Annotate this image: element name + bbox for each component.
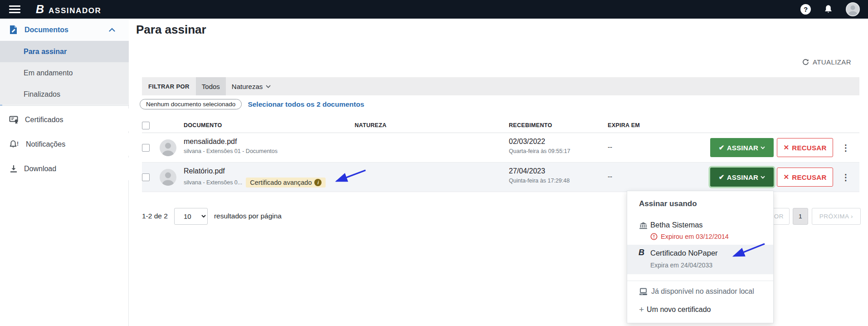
sidebar-item-certificados[interactable]: Certificados: [0, 109, 129, 131]
dropdown-title: Assinar usando: [639, 199, 697, 208]
document-meta: silvana - Extensões 0... Certificado ava…: [184, 178, 326, 188]
column-documento: DOCUMENTO: [184, 122, 222, 128]
expires-value: --: [608, 173, 612, 180]
expires-value: --: [608, 143, 612, 151]
svg-text:!: !: [17, 141, 19, 147]
help-icon[interactable]: ?: [800, 4, 811, 15]
check-icon: ✔: [719, 173, 725, 181]
assinador-app: B ASSINADOR ? Documentos Para assinar Em…: [0, 0, 868, 326]
local-signer-option[interactable]: Já disponível no assinador local: [639, 287, 754, 296]
per-page-label: resultados por página: [214, 212, 282, 220]
bell-alert-icon: !: [9, 140, 20, 149]
column-natureza: NATUREZA: [355, 122, 386, 128]
chevron-up-icon: [109, 28, 115, 32]
row-checkbox[interactable]: [142, 144, 150, 152]
document-edit-icon: [9, 25, 18, 35]
select-all-link[interactable]: Selecionar todos os 2 documentos: [248, 100, 364, 109]
row-checkbox[interactable]: [142, 173, 150, 181]
chevron-down-icon: [761, 146, 765, 149]
refresh-button[interactable]: ATUALIZAR: [802, 58, 851, 66]
sidebar-item-documentos[interactable]: Documentos: [0, 19, 129, 41]
pagination-range: 1-2 de 2: [142, 212, 168, 220]
selection-status-pill: Nenhum documento selecionado: [140, 99, 242, 109]
user-avatar[interactable]: [846, 2, 860, 16]
certificate-option-betha[interactable]: Betha Sistemas Expirou em 03/12/2014: [627, 217, 773, 245]
select-all-checkbox[interactable]: [142, 122, 150, 129]
nopaper-b-icon: B: [639, 248, 644, 257]
plus-icon: +: [639, 305, 644, 315]
filter-naturezas[interactable]: Naturezas: [226, 77, 277, 95]
app-logo: B ASSINADOR: [36, 3, 101, 16]
computer-icon: [639, 288, 648, 296]
avatar: [160, 169, 176, 186]
chevron-down-icon: [266, 85, 271, 88]
sign-button[interactable]: ✔ ASSINAR: [710, 138, 774, 157]
next-page-button[interactable]: PRÓXIMA ›: [812, 208, 861, 225]
logo-b-icon: B: [36, 3, 44, 16]
page-size-select[interactable]: 10: [174, 208, 208, 225]
filter-todos[interactable]: Todos: [196, 77, 226, 95]
download-icon: [9, 164, 18, 173]
certificate-expiry-status: Expira em 24/04/2033: [650, 262, 712, 269]
sign-using-dropdown: Assinar usando Betha Sistemas Expirou em…: [627, 191, 774, 323]
page-title: Para assinar: [136, 23, 206, 37]
row-menu-icon[interactable]: ⋮: [840, 138, 851, 157]
bell-icon[interactable]: [824, 5, 833, 15]
sidebar-item-para-assinar[interactable]: Para assinar: [0, 41, 129, 62]
table-row: Relatório.pdf silvana - Extensões 0... C…: [142, 163, 859, 192]
filter-label: FILTRAR POR: [142, 77, 196, 95]
current-page-button[interactable]: 1: [793, 208, 808, 225]
check-icon: ✔: [719, 143, 725, 152]
menu-icon[interactable]: [9, 4, 20, 15]
avatar: [160, 139, 176, 156]
certificate-expired-status: Expirou em 03/12/2014: [650, 233, 729, 240]
sign-button-active[interactable]: ✔ ASSINAR: [710, 168, 774, 187]
topbar: B ASSINADOR ?: [0, 0, 868, 19]
filter-bar: FILTRAR POR Todos Naturezas: [142, 77, 859, 95]
certificate-icon: [9, 115, 19, 125]
row-menu-icon[interactable]: ⋮: [840, 168, 851, 186]
column-expira-em: EXPIRA EM: [608, 122, 640, 128]
info-icon[interactable]: i: [314, 179, 322, 186]
document-name[interactable]: mensalidade.pdf: [184, 138, 237, 146]
refresh-icon: [802, 58, 809, 66]
received-date: 27/04/2023: [509, 167, 545, 175]
chevron-down-icon: [761, 176, 765, 179]
received-date: 02/03/2022: [509, 138, 545, 146]
bank-icon: [639, 222, 648, 229]
divider: [0, 105, 129, 106]
sidebar-item-notificacoes[interactable]: ! Notificações: [0, 133, 129, 156]
pagination: 1-2 de 2 10 resultados por página: [142, 207, 282, 225]
sidebar-item-download[interactable]: Download: [0, 158, 129, 180]
close-icon: ✕: [783, 143, 789, 152]
received-datetime: Quinta-feira às 17:29:48: [509, 178, 570, 184]
document-meta: silvana - Extensões 01 - Documentos: [184, 148, 278, 154]
received-datetime: Quarta-feira às 09:55:17: [509, 148, 571, 154]
refuse-button[interactable]: ✕ RECUSAR: [777, 138, 833, 157]
sidebar: Documentos Para assinar Em andamento Fin…: [0, 19, 129, 326]
sidebar-item-em-andamento[interactable]: Em andamento: [0, 62, 129, 84]
divider: [627, 281, 773, 281]
certificate-badge: Certificado avançado i: [246, 178, 326, 188]
table-row: mensalidade.pdf silvana - Extensões 01 -…: [142, 133, 859, 163]
column-recebimento: RECEBIMENTO: [509, 122, 552, 128]
new-certificate-option[interactable]: + Um novo certificado: [639, 305, 711, 315]
close-icon: ✕: [783, 173, 789, 181]
certificate-option-nopaper[interactable]: B Certificado NoPaper Expira em 24/04/20…: [627, 245, 773, 274]
sidebar-item-finalizados[interactable]: Finalizados: [0, 84, 129, 105]
app-name: ASSINADOR: [49, 6, 101, 15]
refuse-button[interactable]: ✕ RECUSAR: [777, 168, 833, 187]
alert-circle-icon: [650, 233, 658, 240]
sidebar-item-label: Documentos: [24, 26, 68, 34]
table-header: DOCUMENTO NATUREZA RECEBIMENTO EXPIRA EM: [142, 120, 859, 133]
document-name[interactable]: Relatório.pdf: [184, 167, 225, 175]
